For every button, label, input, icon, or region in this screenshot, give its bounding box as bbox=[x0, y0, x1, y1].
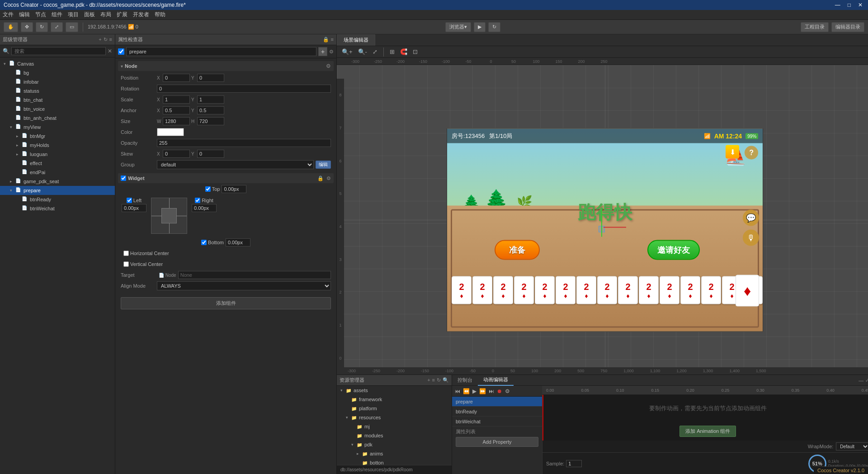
asset-item-modules[interactable]: 📁modules bbox=[337, 431, 452, 440]
play-btn[interactable]: ▶ bbox=[474, 22, 486, 32]
tree-item-Canvas[interactable]: ▾📄Canvas bbox=[0, 59, 115, 68]
anim-track-btnweichat[interactable]: btnWeichat bbox=[452, 417, 542, 427]
inspector-lock-icon[interactable]: 🔒 bbox=[323, 37, 329, 43]
tree-item-statuss[interactable]: 📄statuss bbox=[0, 86, 115, 95]
anim-skip-end-btn[interactable]: ⏭ bbox=[489, 388, 494, 394]
size-h-input[interactable] bbox=[197, 117, 224, 125]
hcenter-checkbox[interactable] bbox=[123, 251, 129, 256]
tree-item-btn_chat[interactable]: 📄btn_chat bbox=[0, 95, 115, 104]
opacity-input[interactable] bbox=[157, 139, 331, 147]
sample-input[interactable] bbox=[566, 460, 582, 467]
left-input[interactable] bbox=[122, 204, 146, 212]
grid-icon[interactable]: ⊞ bbox=[388, 48, 396, 55]
anim-expand-icon[interactable]: ⤢ bbox=[865, 377, 868, 383]
top-checkbox[interactable] bbox=[205, 186, 211, 192]
tree-item-btnMgr[interactable]: ▸📄btnMgr bbox=[0, 132, 115, 141]
anim-next-btn[interactable]: ⏩ bbox=[479, 388, 486, 394]
anim-settings-btn[interactable]: ⚙ bbox=[505, 388, 510, 394]
maximize-btn[interactable]: □ bbox=[846, 2, 853, 8]
scale-y-input[interactable] bbox=[197, 95, 224, 104]
top-input[interactable] bbox=[222, 185, 246, 193]
asset-item-botton[interactable]: 📁botton bbox=[337, 458, 452, 465]
fit-icon[interactable]: ⤢ bbox=[371, 48, 379, 55]
menu-help[interactable]: 帮助 bbox=[155, 11, 165, 19]
help-btn[interactable]: ? bbox=[745, 146, 758, 160]
group-select[interactable]: default bbox=[157, 160, 314, 169]
vcenter-checkbox[interactable] bbox=[123, 261, 129, 267]
mic-icon-btn[interactable]: 🎙 bbox=[743, 230, 759, 246]
asset-search-icon[interactable]: 🔍 bbox=[443, 377, 449, 383]
hierarchy-refresh-icon[interactable]: ↻ bbox=[104, 37, 108, 43]
node-gear-icon[interactable]: ⚙ bbox=[329, 49, 334, 55]
search-input[interactable] bbox=[11, 47, 106, 55]
widget-section-header[interactable]: Widget 🔒 ⚙ bbox=[118, 173, 334, 183]
group-edit-btn[interactable]: 编辑 bbox=[316, 161, 331, 169]
asset-item-mj[interactable]: 📁mj bbox=[337, 422, 452, 431]
menu-edit[interactable]: 编辑 bbox=[19, 11, 30, 19]
add-prop-btn[interactable]: Add Property bbox=[456, 437, 538, 447]
clear-search-icon[interactable]: ✕ bbox=[108, 48, 112, 54]
asset-refresh-icon[interactable]: ↻ bbox=[437, 377, 441, 383]
tree-item-luoguan[interactable]: ▸📄luoguan bbox=[0, 150, 115, 159]
tree-item-bg[interactable]: 📄bg bbox=[0, 68, 115, 77]
scene-editor-tab[interactable]: 场景编辑器 bbox=[337, 34, 375, 46]
tree-item-endPai[interactable]: 📄endPai bbox=[0, 168, 115, 177]
asset-item-assets[interactable]: ▾📁assets bbox=[337, 386, 452, 395]
asset-add-icon[interactable]: + bbox=[427, 377, 430, 383]
add-animation-btn[interactable]: 添加 Animation 组件 bbox=[679, 426, 736, 437]
node-gear-icon2[interactable]: ⚙ bbox=[326, 63, 331, 69]
toolbar-rotate[interactable]: ↻ bbox=[36, 22, 48, 32]
position-y-input[interactable] bbox=[197, 74, 224, 82]
down-arrow-btn[interactable]: ⬇ bbox=[726, 145, 739, 159]
scene-viewport[interactable]: 🌲 🌲 🌿 ⛵ 房号:123456 第1/10局 bbox=[337, 65, 868, 374]
rotation-input[interactable] bbox=[157, 85, 331, 93]
menu-component[interactable]: 组件 bbox=[52, 11, 62, 19]
snap-icon[interactable]: 🧲 bbox=[399, 48, 409, 55]
inspector-menu-icon[interactable]: ≡ bbox=[331, 37, 334, 43]
toolbar-scale[interactable]: ⤢ bbox=[51, 22, 63, 32]
wrapmode-select[interactable]: Default Loop PingPong bbox=[836, 442, 868, 450]
anim-track-btnready[interactable]: btnReady bbox=[452, 407, 542, 417]
menu-project[interactable]: 项目 bbox=[68, 11, 79, 19]
zoom-out-icon[interactable]: 🔍- bbox=[357, 48, 368, 55]
widget-lock-icon[interactable]: 🔒 bbox=[317, 175, 324, 181]
node-enabled-checkbox[interactable] bbox=[118, 48, 124, 55]
editor-dir-btn[interactable]: 编辑器目录 bbox=[831, 22, 864, 32]
asset-item-platform[interactable]: 📁platform bbox=[337, 404, 452, 413]
asset-item-pdk[interactable]: ▾📁pdk bbox=[337, 440, 452, 449]
left-checkbox[interactable] bbox=[127, 198, 132, 203]
toolbar-hand[interactable]: ✋ bbox=[4, 22, 18, 32]
project-dir-btn[interactable]: 工程目录 bbox=[801, 22, 829, 32]
anim-track-prepare[interactable]: prepare bbox=[452, 397, 542, 407]
menu-layout[interactable]: 布局 bbox=[100, 11, 111, 19]
toolbar-move[interactable]: ✥ bbox=[21, 22, 33, 32]
right-checkbox[interactable] bbox=[195, 198, 200, 203]
tree-item-prepare[interactable]: ▾📄prepare bbox=[0, 186, 115, 195]
menu-extend[interactable]: 扩展 bbox=[117, 11, 127, 19]
anim-minimize-icon[interactable]: — bbox=[859, 378, 863, 383]
anim-record-btn[interactable]: ⏺ bbox=[497, 388, 502, 394]
asset-item-resources[interactable]: ▾📁resources bbox=[337, 413, 452, 422]
position-x-input[interactable] bbox=[163, 74, 190, 82]
refresh-btn[interactable]: ↻ bbox=[488, 22, 500, 32]
asset-list-icon[interactable]: ≡ bbox=[432, 377, 435, 383]
skew-y-input[interactable] bbox=[197, 150, 224, 158]
bottom-checkbox[interactable] bbox=[201, 240, 207, 245]
menu-node[interactable]: 节点 bbox=[35, 11, 46, 19]
chat-icon-btn[interactable]: 💬 bbox=[743, 210, 759, 226]
right-input[interactable] bbox=[192, 204, 217, 212]
asset-item-anims[interactable]: ▸📁anims bbox=[337, 449, 452, 458]
close-btn[interactable]: ✕ bbox=[856, 2, 864, 8]
anim-tab[interactable]: 动画编辑器 bbox=[478, 374, 514, 386]
target-input[interactable] bbox=[178, 271, 331, 279]
tree-item-btn_voice[interactable]: 📄btn_voice bbox=[0, 104, 115, 114]
anchor-y-input[interactable] bbox=[197, 106, 224, 114]
tree-item-btnWeichat[interactable]: 📄btnWeichat bbox=[0, 204, 115, 213]
scale-x-input[interactable] bbox=[163, 95, 190, 104]
ready-btn[interactable]: 准备 bbox=[495, 240, 540, 260]
asset-item-framework[interactable]: 📁framework bbox=[337, 395, 452, 404]
hierarchy-menu-icon[interactable]: ≡ bbox=[109, 37, 112, 43]
anchor-x-input[interactable] bbox=[163, 106, 190, 114]
tree-item-effect[interactable]: 📄effect bbox=[0, 159, 115, 168]
anim-prev-btn[interactable]: ⏪ bbox=[463, 388, 470, 394]
